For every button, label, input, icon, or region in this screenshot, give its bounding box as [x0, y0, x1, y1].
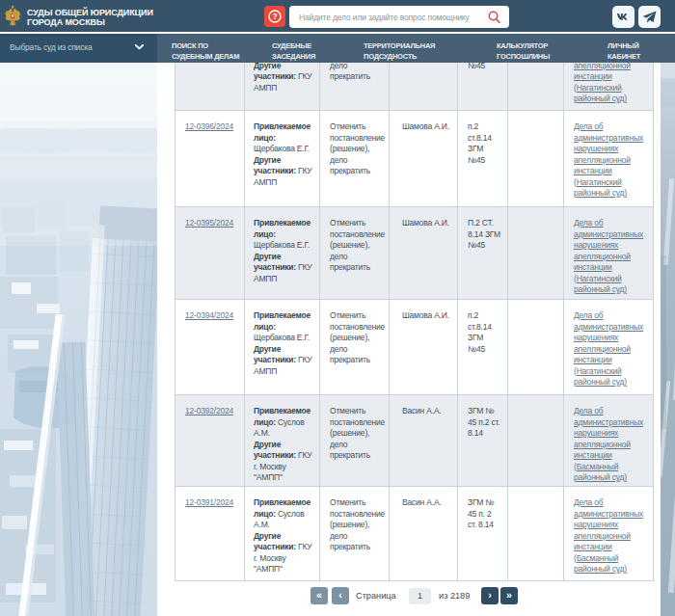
svg-text:?: ? — [272, 12, 277, 21]
